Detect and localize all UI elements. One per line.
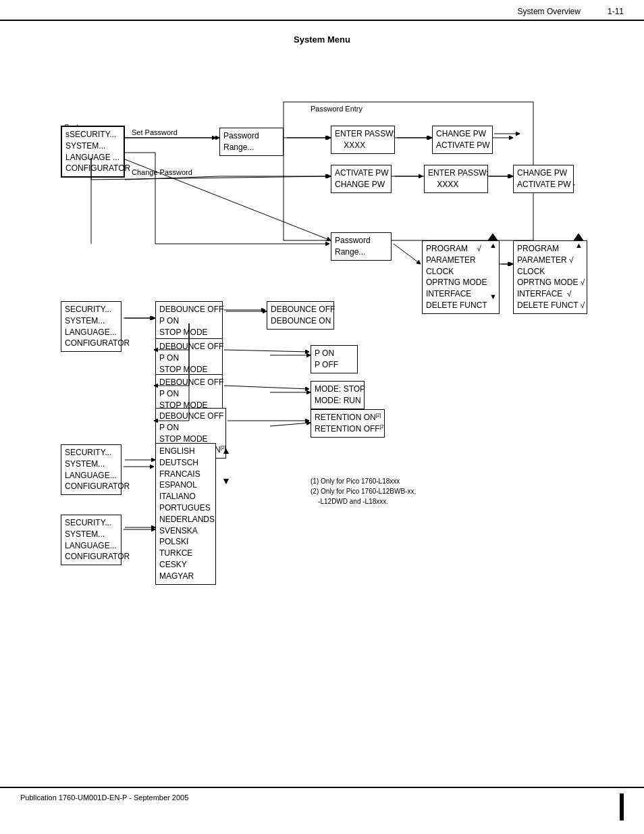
password-range-2-box: PasswordRange... [331,232,392,261]
svg-rect-20 [284,102,533,240]
change-pw-1-box: CHANGE PWACTIVATE PW [432,126,493,154]
p-on-p-off-box: P ONP OFF [311,345,358,373]
language-up-arrow: ▲ [221,445,231,456]
language-list-box: ENGLISHDEUTSCHFRANCAISESPANOLITALIANOPOR… [155,443,216,585]
svg-marker-25 [574,234,583,240]
program-param-1-box: PROGRAM √PARAMETERCLOCKOPRTNG MODEINTERF… [422,240,500,314]
page-header: System Overview 1-11 [0,0,644,21]
diagram-wrapper: Password Entry System Set Password Chang… [20,58,608,565]
enter-passw-1-box: ENTER PASSW: XXXX [331,126,395,154]
footer-publication: Publication 1760-UM001D-EN-P - September… [20,793,188,820]
note1: (1) Only for Pico 1760-L18xxx [311,477,400,486]
system-box-2: SECURITY...SYSTEM...LANGUAGE...CONFIGURA… [61,301,122,352]
note2b: -L12DWD and -L18xxx. [311,497,388,506]
note2: (2) Only for Pico 1760-L12BWB-xx, [311,487,416,496]
mode-stop-run-box: MODE: STOPMODE: RUN [311,381,365,409]
system-box-1: sSECURITY...SYSTEM...LANGUAGE ...CONFIGU… [61,126,125,178]
footer-right [620,793,624,820]
system-box-4: SECURITY...SYSTEM...LANGUAGE...CONFIGURA… [61,515,122,565]
language-down-arrow: ▼ [221,475,231,486]
param-down-arrow: ▼ [489,292,497,301]
param2-up-arrow: ▲ [575,241,583,249]
change-password-label: Change Password [132,167,192,178]
retention-box: RETENTION ON[2]RETENTION OFF[2] [311,409,385,438]
svg-line-31 [91,176,329,180]
enter-passw-2-box: ENTER PASSW: XXXX [424,165,488,193]
program-param-2-box: PROGRAMPARAMETER √CLOCKOPRTNG MODE √INTE… [513,240,587,314]
param-up-arrow: ▲ [489,241,497,249]
section-title: System Menu [20,34,624,45]
set-password-label: Set Password [132,128,178,138]
system-box-3: SECURITY...SYSTEM...LANGUAGE...CONFIGURA… [61,444,122,495]
debounce-off-1-box: DEBOUNCE OFFP ONSTOP MODE [155,301,223,340]
debounce-off-3-box: DEBOUNCE OFFP ONSTOP MODE [155,338,223,377]
page-footer: Publication 1760-UM001D-EN-P - September… [0,787,644,820]
password-entry-label: Password Entry [311,104,363,114]
change-pw-2-box: CHANGE PWACTIVATE PW · [513,165,574,193]
header-section: System Overview [518,7,581,16]
debounce-off-2-box: DEBOUNCE OFFDEBOUNCE ON [267,301,334,330]
activate-pw-box: ACTIVATE PWCHANGE PW [331,165,392,193]
svg-line-47 [224,386,309,389]
svg-marker-23 [488,234,498,240]
svg-line-44 [224,350,309,352]
svg-line-17 [270,423,311,426]
footer-bar [620,793,624,820]
header-page: 1-11 [608,7,624,16]
svg-line-38 [394,244,421,264]
password-range-1-box: PasswordRange... [219,128,284,156]
content-area: System Menu [0,21,644,578]
